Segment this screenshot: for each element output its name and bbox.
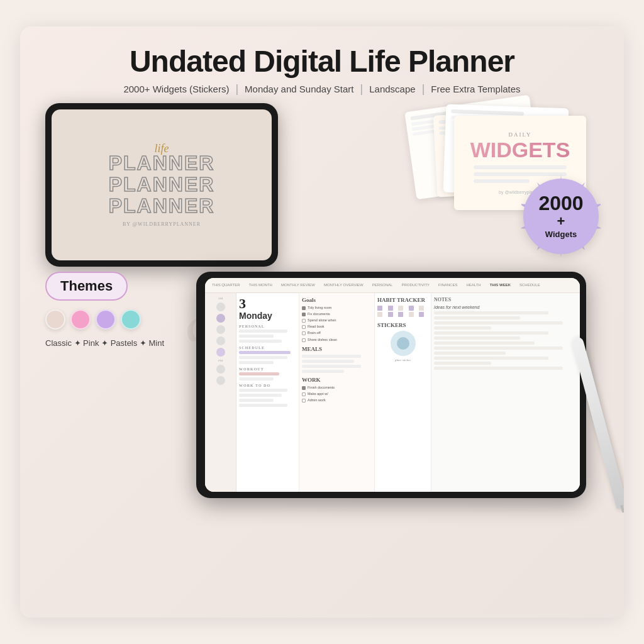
nav-tab-finances[interactable]: FINANCES [435, 282, 460, 288]
planner-stacked: PLANNER PLANNER PLANNER [109, 153, 215, 216]
sticker-label: place sticker [377, 358, 428, 362]
widgets-paper-title: WIDGETS [470, 139, 570, 160]
paper-line-1 [474, 165, 567, 169]
note-line-9 [434, 352, 506, 355]
nav-tab-schedule[interactable]: SCHEDULE [516, 282, 543, 288]
sticker-section: STICKERS place sticker [377, 322, 428, 362]
note-line-5 [434, 331, 548, 335]
goal-text-3: Spend alone when [308, 318, 336, 323]
planner-body: AM PM [205, 293, 580, 492]
main-title: Undated Digital Life Planner [45, 45, 599, 79]
personal-line-3 [239, 340, 282, 343]
check-3 [302, 319, 306, 323]
check-2 [302, 313, 306, 316]
meal-2 [302, 360, 354, 363]
planner-line-2: PLANNER [109, 174, 215, 196]
workout-section: WORKOUT [239, 367, 296, 371]
sticker-inner [397, 337, 409, 350]
nav-tab-month[interactable]: THIS MONTH [246, 282, 275, 288]
left-tablet-screen: life PLANNER PLANNER PLANNER BY @WILDBER… [52, 109, 272, 260]
subtitle-part-1: Monday and Sunday Start [245, 84, 353, 94]
tracker-cell-5 [419, 306, 424, 311]
note-line-1 [434, 311, 548, 314]
big-tablet: THIS QUARTER THIS MONTH MONTHLY REVIEW M… [196, 272, 586, 498]
note-line-8 [434, 347, 563, 350]
color-swatches [45, 309, 184, 330]
nav-tab-week[interactable]: THIS WEEK [487, 282, 514, 288]
schedule-item-1 [239, 351, 291, 354]
work-header: WORK [302, 377, 372, 383]
nav-tab-personal[interactable]: PERSONAL [369, 282, 396, 288]
nav-tab-health[interactable]: HEALTH [463, 282, 484, 288]
subtitle-part-3: Free Extra Templates [431, 84, 520, 94]
sticker-circle [391, 331, 416, 356]
tracker-grid [377, 306, 428, 317]
tracker-cell-3 [398, 306, 403, 311]
paper-line-2 [474, 172, 567, 176]
goal-item-5: Brain-off [302, 331, 372, 335]
nav-tab-quarter[interactable]: THIS QUARTER [209, 282, 243, 288]
notes-header: NOTES [434, 297, 577, 303]
tracker-header: HABIT TRACKER [377, 297, 428, 303]
note-lines [434, 311, 577, 370]
subtitle-part-2: Landscape [369, 84, 415, 94]
schedule-section: SCHEDULE [239, 346, 296, 350]
goal-item-3: Spend alone when [302, 318, 372, 323]
sidebar-dot-4 [216, 336, 225, 345]
work-goal-3: Admin work [302, 398, 372, 402]
check-6 [302, 338, 306, 342]
workout-item-1 [239, 372, 279, 375]
planner-line-3: PLANNER [109, 196, 215, 217]
outer-frame: abcdriveshop ABCDriveShop Undated Digita… [0, 0, 644, 644]
work-item-4 [239, 404, 287, 407]
swatch-mint [121, 309, 141, 330]
work-goal-1: Finish documents [302, 386, 372, 390]
goal-item-4: Read book [302, 325, 372, 329]
work-item-3 [239, 399, 274, 402]
personal-line-2 [239, 335, 274, 338]
meal-1 [302, 355, 361, 358]
right-area: DAILY WIDGETS by @wildberryplanner 2000 [297, 103, 599, 216]
note-line-10 [434, 357, 548, 360]
work-to-do: WORK TO DO [239, 384, 296, 387]
widgets-badge: 2000 + Widgets [523, 179, 599, 254]
content-area: life PLANNER PLANNER PLANNER BY @WILDBER… [45, 103, 599, 267]
note-line-3 [434, 321, 563, 325]
nav-tab-monthly-overview[interactable]: MONTHLY OVERVIEW [321, 282, 367, 288]
notes-title: Ideas for next weekend [434, 305, 577, 309]
planner-credit: BY @WILDBERRYPLANNER [109, 221, 215, 227]
sidebar-dot-7 [216, 376, 225, 385]
work-goal-2: Make appt w/ [302, 392, 372, 396]
sep-1: | [235, 82, 238, 96]
widgets-paper-daily: DAILY [508, 131, 531, 138]
check-4 [302, 325, 306, 329]
nav-tab-productivity[interactable]: PRODUCTIVITY [398, 282, 433, 288]
schedule-item-2 [239, 356, 287, 359]
work-check-2 [302, 392, 306, 396]
check-1 [302, 306, 306, 310]
sep-3: | [422, 82, 425, 96]
badge-wrap: 2000 + Widgets [523, 179, 599, 254]
header: Undated Digital Life Planner 2000+ Widge… [45, 45, 599, 96]
work-goal-text-1: Finish documents [308, 386, 335, 390]
planner-nav: THIS QUARTER THIS MONTH MONTHLY REVIEW M… [205, 278, 580, 293]
stylus-tip [620, 505, 624, 513]
schedule-item-3 [239, 361, 274, 364]
work-check-1 [302, 386, 306, 390]
nav-tab-monthly-review[interactable]: MONTHLY REVIEW [278, 282, 318, 288]
day-column: 3 Monday PERSONAL SCHEDULE WORKOUT [236, 293, 299, 492]
goal-text-2: Fix documents [308, 312, 330, 316]
sticker-header: STICKERS [377, 322, 428, 328]
tracker-cell-9 [409, 312, 414, 317]
work-item-1 [239, 389, 287, 392]
sidebar-dot-3 [216, 325, 225, 334]
tracker-cell-10 [419, 312, 424, 317]
check-5 [302, 331, 306, 335]
goal-text-6: Shore dishes clean [308, 338, 337, 342]
product-card: abcdriveshop ABCDriveShop Undated Digita… [20, 26, 624, 618]
note-line-7 [434, 341, 535, 345]
paper-line-3 [474, 179, 530, 183]
note-line-11 [434, 362, 491, 365]
tracker-cell-2 [388, 306, 393, 311]
tracker-cell-7 [388, 312, 393, 317]
